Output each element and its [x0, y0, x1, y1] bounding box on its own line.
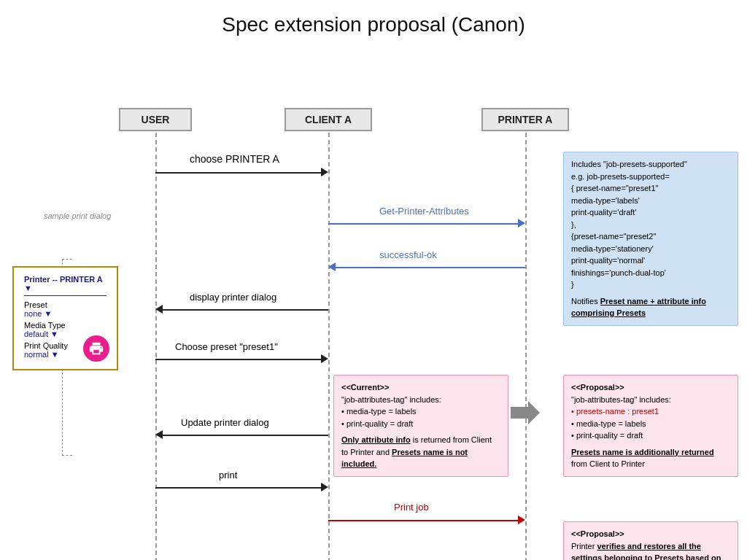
preset-value: none	[24, 309, 42, 318]
label-get-printer: Get-Printer-Attributes	[379, 206, 469, 217]
arrow-choose-preset	[155, 353, 328, 366]
actor-printer-a: PRINTER A	[481, 108, 569, 131]
proposal1-line1: "job-attributes-tag" includes:	[571, 394, 730, 406]
print-quality-value: normal	[24, 350, 49, 359]
arrow-print	[155, 481, 328, 494]
arrowhead-display	[155, 303, 163, 316]
proposal2-header: <<Proposal>>	[571, 528, 730, 540]
arrowhead-choose-preset	[321, 353, 328, 366]
sample-label: sample print dialog	[44, 211, 111, 220]
arrow-get-printer	[328, 217, 525, 230]
blue-box-notifies: Notifies Preset name + attribute info co…	[571, 295, 730, 319]
info-box-blue: Includes "job-presets-supported" e.g. jo…	[563, 152, 738, 326]
info-box-proposal-2: <<Proposal>> Printer verifies and restor…	[563, 521, 738, 560]
media-type-value: default	[24, 330, 48, 338]
arrow-print-job	[328, 514, 525, 527]
printer-icon	[83, 335, 109, 362]
proposal2-text: Printer verifies and restores all the se…	[571, 540, 730, 561]
label-print: print	[219, 470, 237, 481]
lifeline-user	[155, 133, 157, 560]
label-choose-preset: Choose preset "preset1"	[175, 341, 278, 352]
arrowhead-print	[321, 481, 328, 494]
blue-box-line4: media-type='labels'	[571, 195, 730, 207]
arrow-successful-ok-1	[328, 261, 525, 274]
actor-client-a: CLIENT A	[285, 108, 372, 131]
svg-marker-0	[511, 401, 540, 424]
blue-box-line6: },	[571, 219, 730, 231]
arrowhead-update	[155, 429, 163, 442]
printer-name: PRINTER A	[60, 275, 102, 284]
arrowhead-ok1	[328, 261, 336, 274]
blue-box-line5: print-quality='draft'	[571, 206, 730, 219]
arrow-display-dialog	[155, 303, 328, 316]
arrow-update-dialog	[155, 429, 328, 442]
page-title: Spec extension proposal (Canon)	[0, 0, 747, 44]
blue-box-line7: {preset-name="preset2"	[571, 230, 730, 243]
label-update-dialog: Update printer dialog	[181, 417, 269, 428]
proposal1-line3: • print-quality = draft	[571, 429, 730, 442]
proposal-arrow-icon	[511, 401, 540, 427]
blue-box-line9: print-quality='normal'	[571, 254, 730, 267]
label-display-dialog: display printer dialog	[190, 292, 276, 303]
arrow-choose-printer	[155, 166, 328, 179]
blue-box-line1: Includes "job-presets-supported"	[571, 158, 730, 171]
print-dialog-box: Printer -- PRINTER A ▼ Preset none ▼ Med…	[12, 266, 118, 370]
proposal1-line2: • media-type = labels	[571, 418, 730, 430]
preset-row: Preset none ▼	[24, 300, 107, 318]
arrowhead-get-printer	[518, 217, 525, 230]
label-choose-printer: choose PRINTER A	[190, 153, 279, 165]
blue-box-line2: e.g. job-presets-supported=	[571, 171, 730, 183]
blue-box-line11: }	[571, 279, 730, 291]
current-line2: • media-type = labels	[341, 405, 500, 418]
proposal1-bold-text: Presets name is additionally returned fr…	[571, 446, 730, 470]
lifeline-client	[328, 133, 330, 560]
label-print-job: Print job	[394, 502, 429, 513]
dialog-title: Printer -- PRINTER A ▼	[24, 275, 107, 296]
blue-box-line10: finishings='punch-dual-top'	[571, 267, 730, 279]
info-box-current: <<Current>> "job-attributes-tag" include…	[333, 375, 508, 477]
lifeline-printer	[525, 133, 527, 560]
current-line3: • print-quality = draft	[341, 418, 500, 430]
arrowhead-print-job	[518, 514, 525, 527]
info-box-proposal-1: <<Proposal>> "job-attributes-tag" includ…	[563, 375, 738, 477]
actor-user: USER	[119, 108, 192, 131]
diagram-area: USER CLIENT A PRINTER A sample print dia…	[0, 44, 747, 560]
current-header: <<Current>>	[341, 381, 500, 394]
proposal1-red-line: • presets-name : preset1	[571, 405, 730, 418]
current-line1: "job-attributes-tag" includes:	[341, 394, 500, 406]
blue-box-line3: { preset-name="preset1"	[571, 182, 730, 195]
proposal1-header: <<Proposal>>	[571, 381, 730, 394]
blue-box-line8: media-type='stationery'	[571, 243, 730, 255]
arrowhead-choose-printer	[321, 166, 328, 179]
label-successful-ok-1: successful-ok	[379, 249, 437, 260]
current-info-text: Only attribute info is returned from Cli…	[341, 434, 500, 470]
